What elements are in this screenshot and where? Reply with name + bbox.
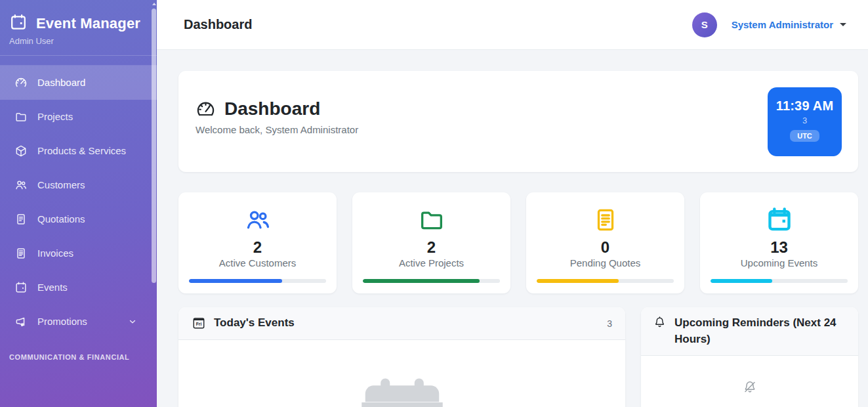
welcome-title: Dashboard (224, 98, 320, 119)
folder-icon (352, 206, 510, 234)
sidebar-item-label: Projects (37, 111, 73, 122)
stat-value: 2 (352, 238, 510, 257)
progress-bar (711, 279, 848, 283)
sidebar-item-invoices[interactable]: Invoices (0, 236, 157, 270)
sidebar-item-label: Quotations (37, 213, 85, 225)
sidebar-item-label: Events (37, 282, 68, 293)
sidebar-item-label: Customers (37, 179, 85, 190)
sidebar-nav: Dashboard Projects Products & Services C… (0, 65, 157, 339)
bell-icon (653, 316, 667, 330)
calendar-logo-icon (9, 13, 28, 32)
sidebar-item-label: Invoices (37, 247, 73, 259)
app-brand: Event Manager Admin User (0, 0, 157, 56)
welcome-subtitle: Welcome back, System Administrator (196, 124, 842, 135)
sidebar-scrollbar[interactable] (152, 0, 156, 407)
calendar-icon (14, 281, 28, 294)
sidebar-item-quotations[interactable]: Quotations (0, 202, 157, 236)
folder-icon (14, 110, 28, 123)
stats-row: 2 Active Customers 2 Active Projects 0 P… (178, 192, 858, 293)
sidebar-item-label: Promotions (37, 316, 87, 327)
sidebar-item-products-services[interactable]: Products & Services (0, 134, 157, 168)
sidebar-item-projects[interactable]: Projects (0, 100, 157, 134)
upcoming-reminders-title: Upcoming Reminders (Next 24 Hours) (674, 315, 846, 347)
top-bar: Dashboard S System Administrator (157, 0, 868, 50)
caret-down-icon (840, 23, 846, 26)
scrollbar-up-arrow[interactable] (152, 1, 156, 7)
calendar-icon (700, 206, 858, 234)
clock-widget: 11:39 AM 3 UTC (768, 87, 842, 156)
stat-card-pending-quotes[interactable]: 0 Pending Quotes (526, 192, 684, 293)
app-title: Event Manager (9, 13, 145, 33)
gauge-icon (196, 99, 216, 119)
upcoming-reminders-body: No upcoming reminders (641, 356, 858, 407)
stat-label: Active Projects (352, 257, 510, 268)
stat-card-active-projects[interactable]: 2 Active Projects (352, 192, 510, 293)
file-text-icon (526, 206, 684, 234)
user-role-label: Admin User (9, 36, 145, 46)
clock-secondary: 3 (768, 116, 842, 125)
app-title-text: Event Manager (36, 15, 140, 32)
welcome-card: Dashboard Welcome back, System Administr… (178, 71, 858, 172)
scrollbar-thumb[interactable] (152, 9, 156, 283)
sidebar-item-events[interactable]: Events (0, 270, 157, 305)
user-menu-label[interactable]: System Administrator (732, 19, 833, 30)
megaphone-icon (14, 315, 28, 328)
file-text-icon (14, 213, 28, 226)
sidebar-item-label: Dashboard (37, 77, 85, 88)
box-icon (14, 144, 28, 158)
people-icon (178, 206, 337, 234)
stat-card-active-customers[interactable]: 2 Active Customers (178, 192, 337, 293)
stat-label: Pending Quotes (526, 257, 684, 268)
sidebar-section-communication-financial: COMMUNICATION & FINANCIAL (0, 353, 157, 361)
sidebar: Event Manager Admin User Dashboard Proje… (0, 0, 157, 407)
todays-events-body (178, 340, 625, 407)
chevron-down-icon (128, 317, 137, 326)
calendar-x-icon (353, 372, 451, 407)
upcoming-reminders-header: Upcoming Reminders (Next 24 Hours) (641, 307, 858, 356)
speedometer-icon (14, 76, 28, 89)
bell-slash-icon (742, 379, 758, 395)
progress-bar (537, 279, 674, 283)
stat-card-upcoming-events[interactable]: 13 Upcoming Events (700, 192, 858, 293)
todays-events-count: 3 (607, 315, 612, 330)
stat-label: Upcoming Events (700, 257, 858, 268)
file-lines-icon (14, 247, 28, 260)
stat-label: Active Customers (178, 257, 337, 268)
main-content: Dashboard Welcome back, System Administr… (157, 50, 868, 407)
todays-events-panel: Fri Today's Events 3 (178, 307, 625, 407)
progress-bar (363, 279, 500, 283)
svg-text:Fri: Fri (196, 322, 202, 326)
stat-value: 0 (526, 238, 684, 257)
progress-bar (189, 279, 326, 283)
people-icon (14, 179, 28, 192)
sidebar-item-customers[interactable]: Customers (0, 168, 157, 202)
todays-events-header: Fri Today's Events 3 (178, 307, 625, 340)
stat-value: 13 (700, 238, 858, 257)
timezone-badge: UTC (790, 130, 819, 142)
bottom-panels: Fri Today's Events 3 Upcom (178, 307, 858, 407)
todays-events-title: Today's Events (214, 315, 295, 332)
sidebar-item-dashboard[interactable]: Dashboard (0, 66, 157, 100)
sidebar-item-promotions[interactable]: Promotions (0, 305, 157, 339)
avatar[interactable]: S (692, 12, 717, 37)
page-title: Dashboard (184, 17, 252, 32)
stat-value: 2 (178, 238, 337, 257)
upcoming-reminders-panel: Upcoming Reminders (Next 24 Hours) No up… (641, 307, 858, 407)
calendar-day-icon: Fri (192, 316, 206, 330)
clock-time: 11:39 AM (768, 98, 842, 114)
sidebar-item-label: Products & Services (37, 145, 126, 156)
user-menu[interactable]: S System Administrator (692, 12, 846, 37)
